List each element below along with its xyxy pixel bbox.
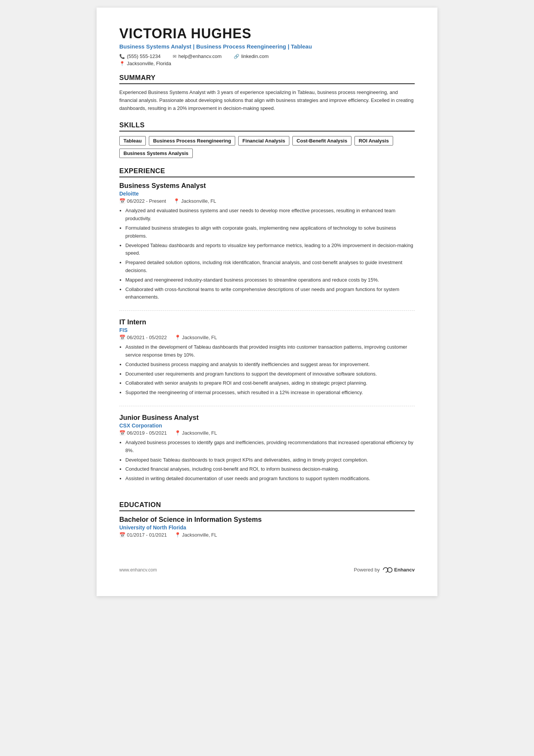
exp-bullet: Collaborated with cross-functional teams… — [125, 286, 415, 302]
skills-section: SKILLS TableauBusiness Process Reenginee… — [119, 121, 415, 158]
exp-bullets: Assisted in the development of Tableau d… — [119, 343, 415, 397]
exp-meta: 📅 06/2019 - 05/2021 📍 Jacksonville, FL — [119, 430, 415, 436]
exp-bullet: Analyzed business processes to identify … — [125, 439, 415, 455]
location-row: 📍 Jacksonville, Florida — [119, 61, 415, 66]
exp-bullet: Prepared detailed solution options, incl… — [125, 259, 415, 275]
summary-section: SUMMARY Experienced Business Systems Ana… — [119, 74, 415, 112]
exp-date: 📅 06/2021 - 05/2022 — [119, 335, 167, 340]
experience-section: EXPERIENCE Business Systems Analyst Delo… — [119, 167, 415, 492]
calendar-icon: 📅 — [119, 430, 125, 436]
footer-website: www.enhancv.com — [119, 567, 157, 573]
education-section: EDUCATION Bachelor of Science in Informa… — [119, 501, 415, 538]
skills-title: SKILLS — [119, 121, 415, 131]
exp-bullet: Documented user requirements and program… — [125, 370, 415, 378]
calendar-icon: 📅 — [119, 198, 125, 204]
exp-date-text: 06/2021 - 05/2022 — [127, 335, 167, 340]
exp-company: Deloitte — [119, 191, 415, 197]
resume-page: VICTORIA HUGHES Business Systems Analyst… — [97, 8, 437, 596]
skill-tag: Cost-Benefit Analysis — [292, 136, 351, 146]
exp-meta: 📅 06/2021 - 05/2022 📍 Jacksonville, FL — [119, 335, 415, 340]
experience-item: Junior Business Analyst CSX Corporation … — [119, 414, 415, 492]
exp-date: 📅 06/2022 - Present — [119, 198, 166, 204]
experience-item: IT Intern FIS 📅 06/2021 - 05/2022 📍 Jack… — [119, 318, 415, 406]
location-icon: 📍 — [119, 61, 125, 66]
exp-bullets: Analyzed and evaluated business systems … — [119, 207, 415, 301]
phone-number: (555) 555-1234 — [127, 53, 161, 59]
exp-bullet: Assisted in writing detailed documentati… — [125, 475, 415, 483]
exp-meta: 📅 06/2022 - Present 📍 Jacksonville, FL — [119, 198, 415, 204]
edu-school: University of North Florida — [119, 524, 415, 531]
linkedin-contact: 🔗 linkedin.com — [234, 53, 269, 59]
location-text: Jacksonville, Florida — [127, 61, 171, 66]
exp-bullet: Formulated business strategies to align … — [125, 224, 415, 240]
enhancv-icon — [382, 567, 393, 573]
edu-location: 📍 Jacksonville, FL — [175, 532, 217, 538]
edu-date-text: 01/2017 - 01/2021 — [127, 532, 167, 538]
exp-job-title: Business Systems Analyst — [119, 182, 415, 190]
edu-location-text: Jacksonville, FL — [182, 532, 217, 538]
calendar-icon: 📅 — [119, 532, 125, 538]
contact-row: 📞 (555) 555-1234 ✉ help@enhancv.com 🔗 li… — [119, 53, 415, 59]
calendar-icon: 📅 — [119, 335, 125, 340]
skill-tag: Tableau — [119, 136, 146, 146]
exp-bullet: Collaborated with senior analysts to pre… — [125, 379, 415, 387]
enhancv-brand: Enhancv — [394, 567, 415, 573]
exp-bullet: Assisted in the development of Tableau d… — [125, 343, 415, 359]
exp-location-text: Jacksonville, FL — [182, 335, 217, 340]
edu-meta: 📅 01/2017 - 01/2021 📍 Jacksonville, FL — [119, 532, 415, 538]
exp-date-text: 06/2022 - Present — [127, 198, 166, 204]
exp-job-title: Junior Business Analyst — [119, 414, 415, 422]
header: VICTORIA HUGHES Business Systems Analyst… — [119, 26, 415, 66]
experience-container: Business Systems Analyst Deloitte 📅 06/2… — [119, 182, 415, 492]
candidate-title: Business Systems Analyst | Business Proc… — [119, 43, 415, 50]
exp-bullet: Developed basic Tableau dashboards to tr… — [125, 456, 415, 464]
education-container: Bachelor of Science in Information Syste… — [119, 516, 415, 538]
exp-bullet: Mapped and reengineered industry-standar… — [125, 276, 415, 284]
exp-bullets: Analyzed business processes to identify … — [119, 439, 415, 483]
email-address: help@enhancv.com — [178, 53, 222, 59]
exp-location: 📍 Jacksonville, FL — [173, 198, 216, 204]
education-title: EDUCATION — [119, 501, 415, 511]
exp-location: 📍 Jacksonville, FL — [175, 335, 217, 340]
exp-bullet: Conducted financial analyses, including … — [125, 465, 415, 473]
exp-bullet: Analyzed and evaluated business systems … — [125, 207, 415, 223]
phone-contact: 📞 (555) 555-1234 — [119, 53, 161, 59]
edu-degree: Bachelor of Science in Information Syste… — [119, 516, 415, 524]
exp-location-text: Jacksonville, FL — [182, 430, 217, 436]
skill-tag: Business Process Reengineering — [149, 136, 235, 146]
exp-date-text: 06/2019 - 05/2021 — [127, 430, 167, 436]
exp-company: CSX Corporation — [119, 423, 415, 429]
edu-date: 📅 01/2017 - 01/2021 — [119, 532, 167, 538]
resume-footer: www.enhancv.com Powered by Enhancv — [119, 560, 415, 573]
exp-location-text: Jacksonville, FL — [181, 198, 216, 204]
exp-date: 📅 06/2019 - 05/2021 — [119, 430, 167, 436]
enhancv-logo: Enhancv — [382, 567, 415, 573]
exp-bullet: Developed Tableau dashboards and reports… — [125, 242, 415, 258]
education-item: Bachelor of Science in Information Syste… — [119, 516, 415, 538]
summary-text: Experienced Business Systems Analyst wit… — [119, 89, 415, 112]
powered-by-text: Powered by — [354, 567, 380, 573]
phone-icon: 📞 — [119, 54, 125, 59]
exp-job-title: IT Intern — [119, 318, 415, 326]
exp-bullet: Conducted business process mapping and a… — [125, 361, 415, 369]
linkedin-url: linkedin.com — [241, 53, 269, 59]
summary-title: SUMMARY — [119, 74, 415, 84]
location-icon: 📍 — [175, 430, 181, 436]
location-icon: 📍 — [175, 335, 181, 340]
exp-location: 📍 Jacksonville, FL — [175, 430, 217, 436]
skill-tag: Business Systems Analysis — [119, 149, 193, 158]
skill-tag: ROI Analysis — [354, 136, 393, 146]
email-contact: ✉ help@enhancv.com — [173, 53, 222, 59]
candidate-name: VICTORIA HUGHES — [119, 26, 415, 42]
linkedin-icon: 🔗 — [234, 54, 239, 59]
footer-logo: Powered by Enhancv — [354, 567, 415, 573]
exp-company: FIS — [119, 327, 415, 333]
location-icon: 📍 — [173, 198, 180, 204]
location-icon: 📍 — [175, 532, 181, 538]
experience-item: Business Systems Analyst Deloitte 📅 06/2… — [119, 182, 415, 311]
exp-bullet: Supported the reengineering of internal … — [125, 389, 415, 397]
skill-tag: Financial Analysis — [238, 136, 289, 146]
skills-container: TableauBusiness Process ReengineeringFin… — [119, 136, 415, 158]
email-icon: ✉ — [173, 54, 176, 59]
experience-title: EXPERIENCE — [119, 167, 415, 177]
